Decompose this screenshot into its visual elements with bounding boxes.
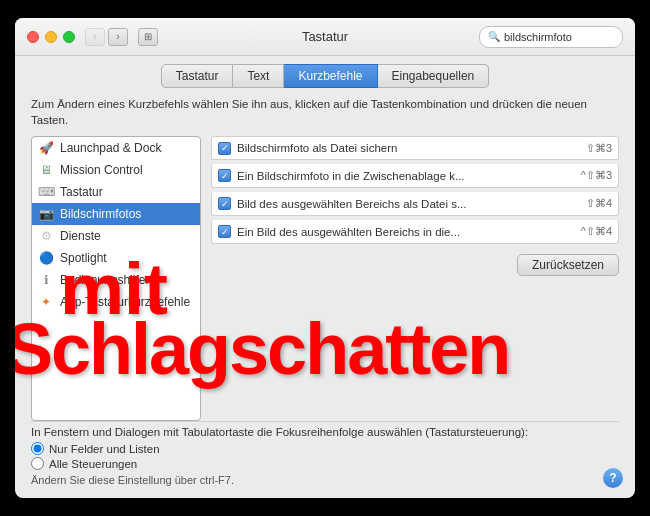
- dienste-icon: ⚙: [38, 228, 54, 244]
- forward-button[interactable]: ›: [108, 28, 128, 46]
- shortcut-key-1: ^⇧⌘3: [581, 169, 612, 182]
- reset-button[interactable]: Zurücksetzen: [517, 254, 619, 276]
- shortcut-row-0[interactable]: Bildschirmfoto als Datei sichern ⇧⌘3: [211, 136, 619, 160]
- shortcut-row-3[interactable]: Ein Bild des ausgewählten Bereichs in di…: [211, 220, 619, 244]
- tab-tastatur[interactable]: Tastatur: [161, 64, 234, 88]
- footer-hint: Ändern Sie diese Einstellung über ctrl-F…: [31, 474, 619, 486]
- footer-area: In Fenstern und Dialogen mit Tabulatorta…: [31, 421, 619, 488]
- radio-option-0[interactable]: Nur Felder und Listen: [31, 442, 619, 455]
- footer-description: In Fenstern und Dialogen mit Tabulatorta…: [31, 426, 619, 438]
- radio-option-1[interactable]: Alle Steuerungen: [31, 457, 619, 470]
- window-title: Tastatur: [302, 29, 348, 44]
- launchpad-icon: 🚀: [38, 140, 54, 156]
- spotlight-icon: 🔵: [38, 250, 54, 266]
- tabs-bar: Tastatur Text Kurzbefehle Eingabequellen: [15, 56, 635, 88]
- radio-input-0[interactable]: [31, 442, 44, 455]
- shortcut-label-0: Bildschirmfoto als Datei sichern: [237, 142, 580, 154]
- search-input[interactable]: [504, 31, 614, 43]
- nav-buttons: ‹ ›: [85, 28, 128, 46]
- checkbox-3[interactable]: [218, 225, 231, 238]
- shortcut-key-2: ⇧⌘4: [586, 197, 612, 210]
- search-icon: 🔍: [488, 31, 500, 42]
- mission-icon: 🖥: [38, 162, 54, 178]
- titlebar: ‹ › ⊞ Tastatur 🔍: [15, 18, 635, 56]
- sidebar-label-tastatur: Tastatur: [60, 185, 103, 199]
- sidebar-item-launchpad[interactable]: 🚀 Launchpad & Dock: [32, 137, 200, 159]
- maximize-button[interactable]: [63, 31, 75, 43]
- sidebar-label-launchpad: Launchpad & Dock: [60, 141, 161, 155]
- grid-button[interactable]: ⊞: [138, 28, 158, 46]
- description-text: Zum Ändern eines Kurzbefehls wählen Sie …: [31, 96, 619, 128]
- tab-eingabequellen[interactable]: Eingabequellen: [378, 64, 490, 88]
- shortcut-key-3: ^⇧⌘4: [581, 225, 612, 238]
- checkbox-1[interactable]: [218, 169, 231, 182]
- shortcut-row-1[interactable]: Ein Bildschirmfoto in die Zwischenablage…: [211, 164, 619, 188]
- bottom-bar: Zurücksetzen: [211, 248, 619, 280]
- shortcut-label-2: Bild des ausgewählten Bereichs als Datei…: [237, 198, 580, 210]
- bildschirm-icon: 📷: [38, 206, 54, 222]
- back-button[interactable]: ‹: [85, 28, 105, 46]
- bedienung-icon: ℹ: [38, 272, 54, 288]
- shortcut-label-1: Ein Bildschirmfoto in die Zwischenablage…: [237, 170, 575, 182]
- traffic-lights: [27, 31, 75, 43]
- checkbox-0[interactable]: [218, 142, 231, 155]
- minimize-button[interactable]: [45, 31, 57, 43]
- radio-input-1[interactable]: [31, 457, 44, 470]
- sidebar-label-bildschirm: Bildschirmfotos: [60, 207, 141, 221]
- sidebar-item-mission[interactable]: 🖥 Mission Control: [32, 159, 200, 181]
- radio-group: Nur Felder und Listen Alle Steuerungen: [31, 442, 619, 470]
- overlay-word2: Schlagschatten: [15, 308, 509, 390]
- sidebar-label-dienste: Dienste: [60, 229, 101, 243]
- tab-kurzbefehle[interactable]: Kurzbefehle: [284, 64, 377, 88]
- shortcut-row-2[interactable]: Bild des ausgewählten Bereichs als Datei…: [211, 192, 619, 216]
- sidebar-item-tastatur[interactable]: ⌨ Tastatur: [32, 181, 200, 203]
- shortcut-label-3: Ein Bild des ausgewählten Bereichs in di…: [237, 226, 575, 238]
- sidebar-label-mission: Mission Control: [60, 163, 143, 177]
- search-box: 🔍: [479, 26, 623, 48]
- main-window: ‹ › ⊞ Tastatur 🔍 Tastatur Text Kurzbefeh…: [15, 18, 635, 498]
- checkbox-2[interactable]: [218, 197, 231, 210]
- shortcut-key-0: ⇧⌘3: [586, 142, 612, 155]
- sidebar-item-dienste[interactable]: ⚙ Dienste: [32, 225, 200, 247]
- close-button[interactable]: [27, 31, 39, 43]
- help-button[interactable]: ?: [603, 468, 623, 488]
- tab-text[interactable]: Text: [233, 64, 284, 88]
- sidebar-item-bildschirmfotos[interactable]: 📷 Bildschirmfotos: [32, 203, 200, 225]
- tastatur-icon: ⌨: [38, 184, 54, 200]
